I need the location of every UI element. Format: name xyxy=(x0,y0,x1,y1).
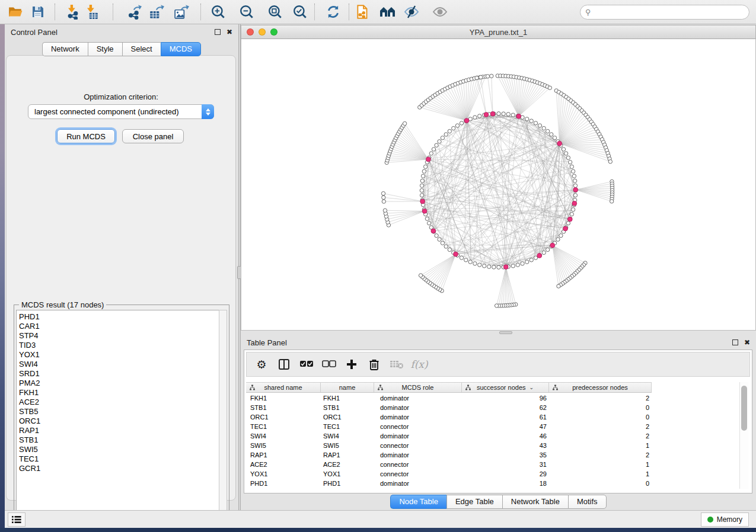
network-ring-node[interactable] xyxy=(420,188,423,192)
task-history-button[interactable] xyxy=(8,512,25,527)
tab-mcds[interactable]: MCDS xyxy=(161,42,201,56)
network-ring-node[interactable] xyxy=(564,152,567,155)
network-mcds-node[interactable] xyxy=(503,265,508,270)
network-leaf-node[interactable] xyxy=(608,160,612,164)
mcds-result-item[interactable]: ACE2 xyxy=(19,398,219,407)
mcds-result-item[interactable]: PMA2 xyxy=(19,379,219,388)
network-ring-node[interactable] xyxy=(460,121,463,125)
mcds-result-list[interactable]: PHD1CAR1STP4TID3YOX1SWI4SRD1PMA2FKH1ACE2… xyxy=(16,310,220,522)
network-leaf-node[interactable] xyxy=(383,209,387,212)
export-image-button[interactable] xyxy=(171,2,192,21)
network-ring-node[interactable] xyxy=(529,258,533,262)
memory-button[interactable]: Memory xyxy=(701,512,749,527)
network-ring-node[interactable] xyxy=(473,116,477,119)
select-all-icon[interactable] xyxy=(295,354,318,374)
network-ring-node[interactable] xyxy=(497,265,500,269)
network-ring-node[interactable] xyxy=(573,193,577,197)
zoom-selected-button[interactable] xyxy=(289,2,311,21)
column-header-successor-nodes[interactable]: successor nodes⌄ xyxy=(462,383,549,392)
network-ring-node[interactable] xyxy=(444,133,448,136)
mcds-result-item[interactable]: RAP1 xyxy=(19,426,219,435)
table-row[interactable]: SWI5SWI5connector431 xyxy=(246,441,733,450)
add-column-icon[interactable] xyxy=(340,354,363,374)
network-ring-node[interactable] xyxy=(487,265,491,268)
zoom-fit-button[interactable] xyxy=(264,2,286,21)
network-ring-node[interactable] xyxy=(562,148,565,151)
network-ring-node[interactable] xyxy=(425,217,429,220)
network-ring-node[interactable] xyxy=(473,262,477,265)
network-ring-node[interactable] xyxy=(444,245,448,248)
network-mcds-node[interactable] xyxy=(420,199,425,204)
network-ring-node[interactable] xyxy=(570,165,573,168)
network-ring-node[interactable] xyxy=(441,241,444,245)
network-ring-node[interactable] xyxy=(516,263,519,267)
network-ring-node[interactable] xyxy=(511,113,515,117)
network-ring-node[interactable] xyxy=(542,126,546,130)
show-elements-button[interactable] xyxy=(429,2,451,21)
network-ring-node[interactable] xyxy=(538,124,541,127)
share-document-button[interactable] xyxy=(352,2,374,21)
mcds-result-item[interactable]: STB5 xyxy=(19,407,219,416)
network-ring-node[interactable] xyxy=(553,136,556,139)
network-ring-node[interactable] xyxy=(435,234,438,238)
zoom-in-button[interactable] xyxy=(208,2,229,21)
network-ring-node[interactable] xyxy=(448,129,451,133)
network-ring-node[interactable] xyxy=(502,112,505,116)
search-input[interactable] xyxy=(594,7,749,18)
table-settings-gear-icon[interactable]: ⚙ xyxy=(250,354,273,374)
table-row[interactable]: RAP1RAP1dominator352 xyxy=(246,450,733,460)
import-network-button[interactable] xyxy=(62,2,83,21)
criterion-dropdown[interactable]: largest connected component (undirected) xyxy=(28,104,214,119)
network-ring-node[interactable] xyxy=(550,133,553,136)
network-ring-node[interactable] xyxy=(468,260,472,264)
network-ring-node[interactable] xyxy=(422,169,426,173)
column-header-shared-name[interactable]: shared name xyxy=(246,383,321,392)
network-ring-node[interactable] xyxy=(572,174,576,178)
tab-node-table[interactable]: Node Table xyxy=(390,495,446,509)
network-ring-node[interactable] xyxy=(521,262,524,265)
tab-select[interactable]: Select xyxy=(122,42,161,56)
mcds-result-item[interactable]: ORC1 xyxy=(19,416,219,426)
network-ring-node[interactable] xyxy=(534,121,537,125)
network-leaf-node[interactable] xyxy=(479,75,483,79)
network-ring-node[interactable] xyxy=(546,129,549,133)
network-ring-node[interactable] xyxy=(438,238,441,241)
network-ring-node[interactable] xyxy=(525,260,529,264)
network-ring-node[interactable] xyxy=(573,184,577,187)
mcds-result-item[interactable]: SRD1 xyxy=(19,369,219,379)
zoom-out-button[interactable] xyxy=(236,2,257,21)
network-ring-node[interactable] xyxy=(492,265,496,269)
network-ring-node[interactable] xyxy=(571,208,575,211)
table-row[interactable]: TEC1TEC1connector472 xyxy=(246,422,733,431)
network-ring-node[interactable] xyxy=(511,264,515,268)
import-table-button[interactable] xyxy=(81,2,102,21)
table-row[interactable]: STB1STB1dominator620 xyxy=(246,403,733,412)
network-mcds-node[interactable] xyxy=(426,157,431,162)
mcds-result-item[interactable]: SWI5 xyxy=(19,445,219,454)
tab-edge-table[interactable]: Edge Table xyxy=(446,495,502,509)
run-mcds-button[interactable]: Run MCDS xyxy=(57,129,115,143)
network-ring-node[interactable] xyxy=(429,152,433,155)
network-mcds-node[interactable] xyxy=(454,252,458,257)
network-ring-node[interactable] xyxy=(460,256,463,259)
network-leaf-node[interactable] xyxy=(610,200,613,203)
network-ring-node[interactable] xyxy=(529,119,533,123)
scrollbar-thumb[interactable] xyxy=(741,386,747,431)
mcds-result-item[interactable]: YOX1 xyxy=(19,350,219,360)
network-ring-node[interactable] xyxy=(427,222,430,225)
network-ring-node[interactable] xyxy=(571,169,575,173)
network-overview-button[interactable] xyxy=(377,2,398,21)
network-mcds-node[interactable] xyxy=(563,226,568,231)
mcds-result-item[interactable]: STB1 xyxy=(19,435,219,445)
column-header-predecessor-nodes[interactable]: predecessor nodes xyxy=(549,383,652,392)
hide-elements-button[interactable] xyxy=(401,2,422,21)
network-mcds-node[interactable] xyxy=(573,187,578,192)
float-window-icon[interactable] xyxy=(732,339,738,345)
apply-layout-button[interactable] xyxy=(323,2,344,21)
network-mcds-node[interactable] xyxy=(490,111,495,116)
table-row[interactable]: FKH1FKH1dominator962 xyxy=(246,393,733,403)
table-row[interactable]: PHD1PHD1dominator180 xyxy=(246,479,733,488)
network-ring-node[interactable] xyxy=(452,126,455,130)
network-ring-node[interactable] xyxy=(420,193,423,197)
network-leaf-node[interactable] xyxy=(381,191,385,195)
